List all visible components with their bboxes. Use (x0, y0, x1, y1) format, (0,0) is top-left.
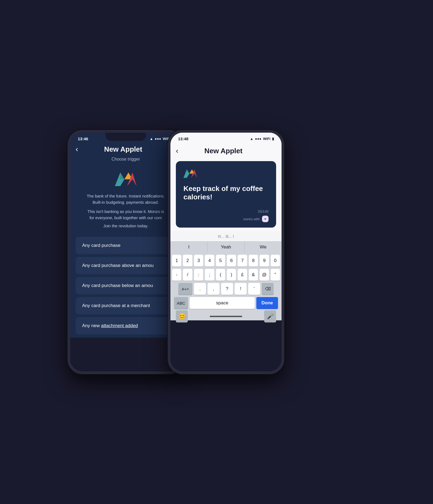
notch-1 (105, 133, 146, 141)
emoji-icon[interactable]: 😊 (176, 310, 188, 322)
location-icon-2: ▲ (250, 137, 253, 141)
key-3[interactable]: 3 (194, 255, 203, 267)
key-comma[interactable]: , (208, 283, 219, 295)
key-6[interactable]: 6 (227, 255, 236, 267)
autocomplete-bar: I Yeah We (170, 241, 282, 253)
key-semicolon[interactable]: ; (205, 269, 214, 281)
monzo-logo (115, 170, 137, 189)
applet-card: Keep track of my coffee calories! 33/140… (176, 161, 276, 228)
card-logo (183, 168, 197, 180)
key-space[interactable]: space (190, 297, 255, 309)
key-slash[interactable]: / (183, 269, 192, 281)
works-with: works with ♥ (183, 216, 269, 222)
screen-2: 13:48 ▲ ●●● WiFi ▮ ‹ New Applet (170, 133, 282, 320)
logo-join: Join the revolution today. (103, 224, 148, 228)
back-button-1[interactable]: ‹ (76, 145, 78, 154)
char-count: 33/140 (183, 209, 269, 213)
trigger-label-0: Any card purchase (82, 243, 121, 248)
page-title-1: New Applet (82, 145, 164, 154)
phone-1: 13:46 ▲ ●●● WiFi ▮ ‹ New Applet Choose t… (67, 130, 184, 374)
key-2[interactable]: 2 (183, 255, 192, 267)
key-5[interactable]: 5 (216, 255, 225, 267)
key-1[interactable]: 1 (172, 255, 181, 267)
autocomplete-item-2[interactable]: We (245, 242, 282, 253)
trigger-label-1: Any card purchase above an amou (82, 263, 154, 268)
key-question[interactable]: ? (221, 283, 233, 295)
works-with-label: works with (243, 217, 260, 221)
trigger-item-3[interactable]: Any card purchase at a merchant (76, 297, 176, 314)
key-abc[interactable]: ABC (174, 297, 188, 309)
trigger-item-1[interactable]: Any card purchase above an amou (76, 257, 176, 274)
trigger-item-2[interactable]: Any card purchase below an amou (76, 277, 176, 294)
scene: 13:46 ▲ ●●● WiFi ▮ ‹ New Applet Choose t… (67, 130, 366, 374)
subtitle-1: Choose trigger (70, 157, 181, 167)
trigger-item-0[interactable]: Any card purchase (76, 237, 176, 254)
time-1: 13:46 (78, 136, 88, 141)
key-close-paren[interactable]: ) (227, 269, 236, 281)
key-4[interactable]: 4 (205, 255, 214, 267)
key-pound[interactable]: £ (238, 269, 247, 281)
key-dash[interactable]: - (172, 269, 181, 281)
mic-icon[interactable]: 🎤 (264, 310, 276, 322)
key-delete[interactable]: ⌫ (262, 283, 274, 295)
heart-icon: ♥ (262, 216, 269, 222)
key-ampersand[interactable]: & (249, 269, 258, 281)
battery-icon-2: ▮ (272, 137, 274, 141)
location-icon-1: ▲ (150, 137, 153, 141)
card-title: Keep track of my coffee calories! (183, 184, 269, 201)
page-title-2: New Applet (183, 147, 264, 155)
key-exclaim[interactable]: ! (235, 283, 247, 295)
svg-marker-4 (120, 173, 124, 179)
signal-icon-2: ●●● (255, 137, 261, 141)
kb-row-sym2: #+= . , ? ! ' ⌫ (172, 283, 280, 295)
autocomplete-item-0[interactable]: I (170, 242, 208, 253)
trigger-label-4: Any new attachment added (82, 323, 138, 328)
wifi-icon-2: WiFi (263, 137, 270, 141)
key-open-paren[interactable]: ( (216, 269, 225, 281)
trigger-label-3: Any card purchase at a merchant (82, 303, 150, 308)
kb-row-sym1: - / : ; ( ) £ & @ " (172, 269, 280, 281)
key-colon[interactable]: : (194, 269, 203, 281)
nav-header-2: ‹ New Applet (170, 143, 282, 158)
back-button-2[interactable]: ‹ (176, 146, 178, 155)
trigger-label-2: Any card purchase below an amou (82, 283, 153, 288)
home-bar-2 (210, 316, 242, 317)
kb-row-numbers: 1 2 3 4 5 6 7 8 9 0 (172, 255, 280, 267)
partial-content: R... ifi... l (218, 234, 234, 239)
autocomplete-item-1[interactable]: Yeah (208, 242, 245, 253)
phone-2: 13:48 ▲ ●●● WiFi ▮ ‹ New Applet (168, 130, 284, 374)
key-done[interactable]: Done (256, 297, 278, 309)
svg-marker-5 (183, 169, 189, 178)
key-apostrophe[interactable]: ' (248, 283, 260, 295)
kb-row-bottom: ABC space Done (172, 297, 280, 309)
key-9[interactable]: 9 (260, 255, 269, 267)
time-2: 13:48 (178, 136, 188, 141)
trigger-item-4[interactable]: Any new attachment added (76, 317, 176, 334)
home-indicator-2: 😊 🎤 (170, 312, 282, 320)
partial-text: R... ifi... l (170, 231, 282, 241)
trigger-list: Any card purchase Any card purchase abov… (70, 234, 181, 338)
key-period[interactable]: . (194, 283, 206, 295)
nav-header-1: ‹ New Applet (70, 143, 181, 157)
key-toggle-symbols[interactable]: #+= (178, 283, 192, 295)
key-8[interactable]: 8 (249, 255, 258, 267)
keyboard: 1 2 3 4 5 6 7 8 9 0 - / : ; ( (170, 253, 282, 312)
card-area: Keep track of my coffee calories! 33/140… (170, 158, 282, 231)
logo-area: The bank of the future. Instant notifica… (70, 167, 181, 234)
notch-2 (206, 133, 246, 141)
key-quote[interactable]: " (271, 269, 280, 281)
status-icons-2: ▲ ●●● WiFi ▮ (250, 137, 274, 141)
key-at[interactable]: @ (260, 269, 269, 281)
logo-description: The bank of the future. Instant notifica… (82, 193, 169, 205)
screen-1: 13:46 ▲ ●●● WiFi ▮ ‹ New Applet Choose t… (70, 133, 181, 338)
key-7[interactable]: 7 (238, 255, 247, 267)
key-0[interactable]: 0 (271, 255, 280, 267)
logo-description2: This isn't banking as you know it. Monzo… (85, 209, 166, 221)
signal-icon-1: ●●● (155, 137, 161, 141)
